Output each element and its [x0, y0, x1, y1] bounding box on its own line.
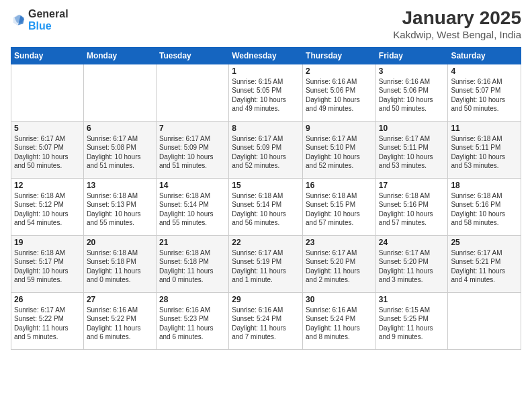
day-number: 28	[159, 295, 226, 304]
week-row-1: 1Sunrise: 6:15 AM Sunset: 5:05 PM Daylig…	[11, 64, 521, 121]
day-number: 12	[14, 181, 81, 190]
day-info: Sunrise: 6:16 AM Sunset: 5:07 PM Dayligh…	[451, 77, 518, 113]
day-info: Sunrise: 6:16 AM Sunset: 5:22 PM Dayligh…	[87, 306, 153, 342]
day-cell: 24Sunrise: 6:17 AM Sunset: 5:20 PM Dayli…	[375, 235, 448, 292]
day-cell: 11Sunrise: 6:18 AM Sunset: 5:11 PM Dayli…	[448, 121, 521, 178]
day-number: 6	[87, 124, 153, 133]
weekday-header-saturday: Saturday	[448, 47, 521, 64]
day-number: 8	[232, 124, 300, 133]
logo: General Blue	[11, 8, 69, 32]
day-cell	[156, 64, 228, 121]
week-row-5: 26Sunrise: 6:17 AM Sunset: 5:22 PM Dayli…	[11, 292, 521, 349]
day-info: Sunrise: 6:16 AM Sunset: 5:24 PM Dayligh…	[232, 306, 300, 342]
day-number: 7	[159, 124, 226, 133]
day-cell: 19Sunrise: 6:18 AM Sunset: 5:17 PM Dayli…	[11, 235, 84, 292]
day-info: Sunrise: 6:17 AM Sunset: 5:19 PM Dayligh…	[232, 248, 300, 285]
day-number: 14	[159, 181, 226, 190]
day-cell: 12Sunrise: 6:18 AM Sunset: 5:12 PM Dayli…	[11, 178, 84, 235]
day-info: Sunrise: 6:18 AM Sunset: 5:16 PM Dayligh…	[451, 191, 518, 228]
day-cell: 16Sunrise: 6:18 AM Sunset: 5:15 PM Dayli…	[303, 178, 376, 235]
weekday-header-sunday: Sunday	[11, 47, 84, 64]
day-number: 16	[306, 181, 373, 190]
day-number: 27	[87, 295, 153, 304]
day-cell: 26Sunrise: 6:17 AM Sunset: 5:22 PM Dayli…	[11, 292, 84, 349]
day-info: Sunrise: 6:17 AM Sunset: 5:22 PM Dayligh…	[14, 306, 81, 342]
week-row-3: 12Sunrise: 6:18 AM Sunset: 5:12 PM Dayli…	[11, 178, 521, 235]
page-container: General Blue January 2025 Kakdwip, West …	[0, 0, 532, 355]
day-info: Sunrise: 6:17 AM Sunset: 5:07 PM Dayligh…	[14, 134, 81, 171]
day-number: 25	[451, 238, 518, 247]
day-number: 11	[451, 124, 518, 133]
day-info: Sunrise: 6:17 AM Sunset: 5:10 PM Dayligh…	[306, 134, 373, 171]
weekday-header-thursday: Thursday	[303, 47, 376, 64]
logo-text-block: General Blue	[28, 8, 69, 32]
day-number: 2	[306, 66, 373, 76]
day-number: 17	[379, 181, 445, 190]
header: General Blue January 2025 Kakdwip, West …	[11, 8, 521, 40]
day-cell: 6Sunrise: 6:17 AM Sunset: 5:08 PM Daylig…	[83, 121, 156, 178]
weekday-header-row: SundayMondayTuesdayWednesdayThursdayFrid…	[11, 47, 521, 64]
day-cell: 22Sunrise: 6:17 AM Sunset: 5:19 PM Dayli…	[229, 235, 303, 292]
day-number: 30	[306, 295, 373, 304]
day-cell: 7Sunrise: 6:17 AM Sunset: 5:09 PM Daylig…	[156, 121, 228, 178]
day-cell: 18Sunrise: 6:18 AM Sunset: 5:16 PM Dayli…	[448, 178, 521, 235]
day-cell: 30Sunrise: 6:16 AM Sunset: 5:24 PM Dayli…	[303, 292, 376, 349]
day-number: 21	[159, 238, 226, 247]
week-row-4: 19Sunrise: 6:18 AM Sunset: 5:17 PM Dayli…	[11, 235, 521, 292]
sub-title: Kakdwip, West Bengal, India	[393, 29, 521, 40]
day-number: 9	[306, 124, 373, 133]
day-info: Sunrise: 6:17 AM Sunset: 5:08 PM Dayligh…	[87, 134, 153, 171]
day-cell: 5Sunrise: 6:17 AM Sunset: 5:07 PM Daylig…	[11, 121, 84, 178]
day-cell: 13Sunrise: 6:18 AM Sunset: 5:13 PM Dayli…	[83, 178, 156, 235]
day-number: 10	[379, 124, 445, 133]
day-number: 5	[14, 124, 81, 133]
day-info: Sunrise: 6:17 AM Sunset: 5:21 PM Dayligh…	[451, 248, 518, 285]
day-number: 19	[14, 238, 81, 247]
day-number: 24	[379, 238, 445, 247]
day-cell: 3Sunrise: 6:16 AM Sunset: 5:06 PM Daylig…	[375, 64, 448, 121]
day-info: Sunrise: 6:18 AM Sunset: 5:14 PM Dayligh…	[232, 191, 300, 228]
day-info: Sunrise: 6:16 AM Sunset: 5:06 PM Dayligh…	[379, 77, 445, 113]
day-info: Sunrise: 6:18 AM Sunset: 5:11 PM Dayligh…	[451, 134, 518, 171]
title-block: January 2025 Kakdwip, West Bengal, India	[393, 8, 521, 40]
weekday-header-tuesday: Tuesday	[156, 47, 228, 64]
day-info: Sunrise: 6:17 AM Sunset: 5:20 PM Dayligh…	[306, 248, 373, 285]
day-number: 3	[379, 66, 445, 76]
day-info: Sunrise: 6:17 AM Sunset: 5:20 PM Dayligh…	[379, 248, 445, 285]
day-cell: 10Sunrise: 6:17 AM Sunset: 5:11 PM Dayli…	[375, 121, 448, 178]
day-info: Sunrise: 6:16 AM Sunset: 5:06 PM Dayligh…	[306, 77, 373, 113]
day-number: 29	[232, 295, 300, 304]
logo-icon	[11, 13, 26, 28]
day-cell: 31Sunrise: 6:15 AM Sunset: 5:25 PM Dayli…	[375, 292, 448, 349]
calendar-table: SundayMondayTuesdayWednesdayThursdayFrid…	[11, 47, 521, 350]
day-number: 13	[87, 181, 153, 190]
day-cell: 8Sunrise: 6:17 AM Sunset: 5:09 PM Daylig…	[229, 121, 303, 178]
day-cell: 17Sunrise: 6:18 AM Sunset: 5:16 PM Dayli…	[375, 178, 448, 235]
day-cell: 4Sunrise: 6:16 AM Sunset: 5:07 PM Daylig…	[448, 64, 521, 121]
day-number: 1	[232, 66, 300, 76]
day-cell: 1Sunrise: 6:15 AM Sunset: 5:05 PM Daylig…	[229, 64, 303, 121]
day-cell: 28Sunrise: 6:16 AM Sunset: 5:23 PM Dayli…	[156, 292, 228, 349]
day-info: Sunrise: 6:17 AM Sunset: 5:09 PM Dayligh…	[159, 134, 226, 171]
day-number: 26	[14, 295, 81, 304]
day-number: 4	[451, 66, 518, 76]
day-info: Sunrise: 6:16 AM Sunset: 5:23 PM Dayligh…	[159, 306, 226, 342]
day-info: Sunrise: 6:18 AM Sunset: 5:16 PM Dayligh…	[379, 191, 445, 228]
day-number: 20	[87, 238, 153, 247]
day-cell: 15Sunrise: 6:18 AM Sunset: 5:14 PM Dayli…	[229, 178, 303, 235]
day-info: Sunrise: 6:18 AM Sunset: 5:18 PM Dayligh…	[87, 248, 153, 285]
day-info: Sunrise: 6:18 AM Sunset: 5:13 PM Dayligh…	[87, 191, 153, 228]
day-info: Sunrise: 6:18 AM Sunset: 5:12 PM Dayligh…	[14, 191, 81, 228]
day-cell	[83, 64, 156, 121]
day-cell: 29Sunrise: 6:16 AM Sunset: 5:24 PM Dayli…	[229, 292, 303, 349]
day-info: Sunrise: 6:18 AM Sunset: 5:15 PM Dayligh…	[306, 191, 373, 228]
logo-general: General Blue	[28, 8, 69, 32]
weekday-header-monday: Monday	[83, 47, 156, 64]
day-cell: 23Sunrise: 6:17 AM Sunset: 5:20 PM Dayli…	[303, 235, 376, 292]
weekday-header-friday: Friday	[375, 47, 448, 64]
day-cell: 20Sunrise: 6:18 AM Sunset: 5:18 PM Dayli…	[83, 235, 156, 292]
day-cell: 21Sunrise: 6:18 AM Sunset: 5:18 PM Dayli…	[156, 235, 228, 292]
day-info: Sunrise: 6:16 AM Sunset: 5:24 PM Dayligh…	[306, 306, 373, 342]
day-number: 31	[379, 295, 445, 304]
day-cell	[448, 292, 521, 349]
